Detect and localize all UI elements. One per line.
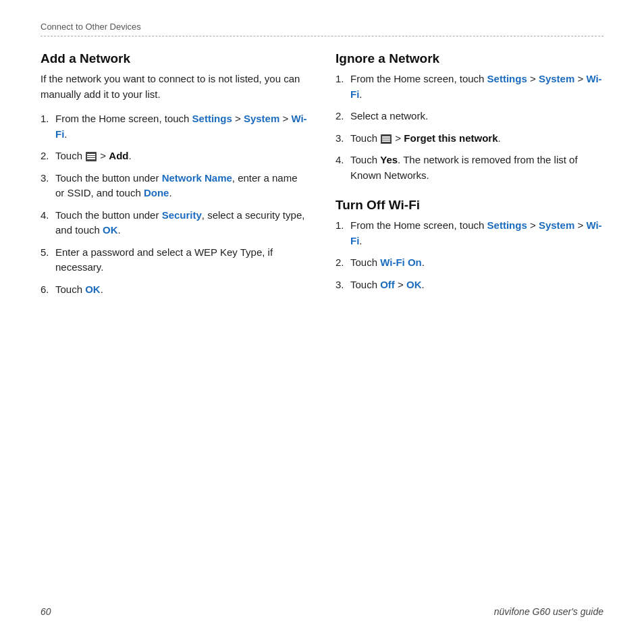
page-number: 60 [41, 606, 51, 617]
step-content: From the Home screen, touch Settings > S… [350, 72, 603, 102]
step-number: 1. [336, 218, 350, 234]
step-content: Touch OK. [55, 282, 308, 298]
step-content: Touch > Add. [55, 149, 308, 164]
step-number: 3. [336, 277, 350, 293]
step-content: Touch the button under Security, select … [55, 208, 308, 238]
step-number: 6. [41, 282, 55, 298]
settings-link: Settings [192, 113, 232, 124]
list-item: 2. Touch Wi-Fi On. [336, 255, 603, 271]
step-content: Touch Yes. The network is removed from t… [350, 153, 603, 183]
settings-link: Settings [487, 73, 527, 84]
list-item: 6. Touch OK. [41, 282, 308, 298]
right-column: Ignore a Network 1. From the Home screen… [336, 51, 603, 593]
add-network-steps: 1. From the Home screen, touch Settings … [41, 111, 308, 297]
step-content: Select a network. [350, 109, 603, 124]
step-content: Enter a password and select a WEP Key Ty… [55, 245, 308, 275]
menu-icon [86, 152, 97, 161]
step-number: 1. [336, 72, 350, 87]
step-content: From the Home screen, touch Settings > S… [350, 218, 603, 248]
step-number: 3. [336, 131, 350, 146]
yes-label: Yes [380, 154, 398, 165]
list-item: 4. Touch Yes. The network is removed fro… [336, 153, 603, 183]
guide-title: nüvifone G60 user's guide [494, 606, 603, 617]
network-name-label: Network Name [162, 172, 232, 184]
off-label: Off [380, 279, 395, 290]
wifi-on-label: Wi-Fi On [380, 257, 422, 268]
turn-off-wifi-steps: 1. From the Home screen, touch Settings … [336, 218, 603, 292]
content-area: Add a Network If the network you want to… [41, 51, 603, 593]
system-link: System [539, 219, 574, 231]
list-item: 2. Select a network. [336, 109, 603, 124]
list-item: 2. Touch > Add. [41, 149, 308, 164]
forget-network-label: Forget this network [404, 132, 498, 144]
add-network-intro: If the network you want to connect to is… [41, 72, 308, 102]
step-content: Touch Wi-Fi On. [350, 255, 603, 271]
breadcrumb: Connect to Other Devices [41, 22, 141, 32]
step-number: 3. [41, 171, 55, 186]
ignore-network-steps: 1. From the Home screen, touch Settings … [336, 72, 603, 183]
page-footer: 60 nüvifone G60 user's guide [41, 593, 603, 617]
step-number: 4. [41, 208, 55, 223]
add-label: Add [109, 150, 128, 161]
turn-off-wifi-title: Turn Off Wi-Fi [336, 198, 603, 213]
step-number: 5. [41, 245, 55, 261]
system-link: System [539, 73, 574, 84]
ok-label: OK [85, 284, 101, 295]
step-number: 1. [41, 111, 55, 127]
step-content: Touch the button under Network Name, ent… [55, 171, 308, 201]
settings-link: Settings [487, 219, 527, 231]
list-item: 3. Touch > Forget this network. [336, 131, 603, 146]
left-column: Add a Network If the network you want to… [41, 51, 308, 593]
add-network-title: Add a Network [41, 51, 308, 66]
step-number: 4. [336, 153, 350, 168]
ok-label: OK [103, 224, 118, 236]
step-content: Touch > Forget this network. [350, 131, 603, 146]
list-item: 5. Enter a password and select a WEP Key… [41, 245, 308, 275]
step-content: Touch Off > OK. [350, 277, 603, 293]
list-item: 1. From the Home screen, touch Settings … [336, 218, 603, 248]
list-item: 3. Touch the button under Network Name, … [41, 171, 308, 201]
list-item: 1. From the Home screen, touch Settings … [336, 72, 603, 102]
ignore-network-title: Ignore a Network [336, 51, 603, 66]
system-link: System [244, 113, 279, 124]
page-container: Connect to Other Devices Add a Network I… [0, 0, 644, 644]
step-number: 2. [336, 109, 350, 124]
security-label: Security [162, 209, 202, 221]
page-header: Connect to Other Devices [41, 20, 603, 36]
list-item: 4. Touch the button under Security, sele… [41, 208, 308, 238]
step-content: From the Home screen, touch Settings > S… [55, 111, 308, 142]
ok-label: OK [406, 279, 422, 290]
menu-icon [381, 134, 392, 144]
list-item: 3. Touch Off > OK. [336, 277, 603, 293]
step-number: 2. [41, 149, 55, 164]
step-number: 2. [336, 255, 350, 271]
list-item: 1. From the Home screen, touch Settings … [41, 111, 308, 142]
done-label: Done [144, 187, 169, 198]
